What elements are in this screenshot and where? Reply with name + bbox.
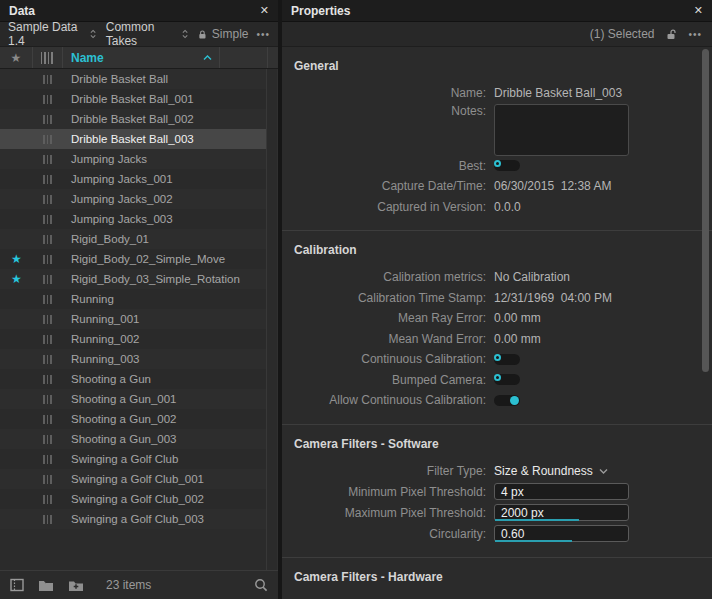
take-icon-cell — [33, 135, 63, 144]
chevron-down-icon — [599, 468, 608, 474]
property-label: Captured in Version: — [292, 200, 486, 214]
take-row[interactable]: Shooting a Gun_002 — [0, 409, 266, 429]
data-panel-title: Data — [9, 4, 35, 18]
selected-count-label: (1) Selected — [590, 27, 655, 41]
take-icon-cell — [33, 395, 63, 404]
row-star-icon[interactable]: ★ — [0, 252, 33, 266]
property-row: Filter Type:Size & Roundness — [282, 461, 712, 482]
take-name: Swinging a Golf Club_002 — [63, 493, 204, 505]
app-root: Data ✕ Sample Data 1.4 Common Takes — [0, 0, 712, 599]
take-bars-icon — [43, 295, 54, 304]
row-star-icon[interactable]: ★ — [0, 272, 33, 286]
take-row[interactable]: Running_002 — [0, 329, 266, 349]
take-bars-icon — [43, 495, 54, 504]
property-value: 0.00 mm — [494, 311, 541, 325]
item-count: 23 items — [106, 578, 151, 592]
take-icon-cell — [33, 155, 63, 164]
section-header: Camera Filters - Hardware — [282, 570, 712, 584]
take-row[interactable]: Jumping Jacks_002 — [0, 189, 266, 209]
value-input[interactable]: 0.60 — [494, 525, 629, 542]
property-row: Capture Date/Time:06/30/2015 12:38 AM — [282, 176, 712, 197]
property-label: Best: — [292, 159, 486, 173]
section-header: Camera Filters - Software — [282, 437, 712, 451]
toggle-switch[interactable] — [494, 395, 520, 406]
property-row: Minimum Pixel Threshold:4 px — [282, 481, 712, 502]
take-bars-icon — [43, 335, 54, 344]
take-name: Running_001 — [63, 313, 139, 325]
take-name: Shooting a Gun_003 — [63, 433, 177, 445]
take-bars-icon — [43, 115, 54, 124]
value-input[interactable]: 4 px — [494, 483, 629, 500]
input-value: 0.60 — [501, 527, 524, 541]
take-bars-icon — [43, 355, 54, 364]
data-panel: Data ✕ Sample Data 1.4 Common Takes — [0, 0, 278, 599]
take-row[interactable]: ★ Rigid_Body_02_Simple_Move — [0, 249, 266, 269]
star-column-header[interactable]: ★ — [0, 47, 33, 68]
property-row: Bumped Camera: — [282, 370, 712, 391]
take-group-selector[interactable]: Common Takes — [106, 20, 188, 48]
value-input[interactable]: 2000 px — [494, 504, 629, 521]
properties-menu-button[interactable]: ••• — [688, 29, 702, 40]
session-selector-label: Sample Data 1.4 — [8, 20, 87, 48]
data-footer: 23 items — [0, 570, 278, 599]
search-icon[interactable] — [254, 578, 268, 592]
take-row[interactable]: Running_003 — [0, 349, 266, 369]
take-row[interactable]: Running_001 — [0, 309, 266, 329]
data-menu-button[interactable]: ••• — [256, 29, 270, 40]
notes-field[interactable] — [494, 104, 629, 156]
property-value: 12/31/1969 04:00 PM — [494, 291, 612, 305]
toggle-switch[interactable] — [494, 354, 520, 365]
name-column-header[interactable]: Name — [63, 47, 220, 68]
take-bars-icon — [43, 475, 54, 484]
take-row[interactable]: Rigid_Body_01 — [0, 229, 266, 249]
new-folder-icon[interactable] — [68, 579, 84, 592]
take-row[interactable]: Jumping Jacks — [0, 149, 266, 169]
simple-mode-label[interactable]: Simple — [212, 27, 249, 41]
lock-icon[interactable] — [198, 29, 207, 40]
toggle-knob — [494, 354, 501, 361]
take-row[interactable]: Jumping Jacks_001 — [0, 169, 266, 189]
property-label: Mean Wand Error: — [292, 332, 486, 346]
session-pane-icon[interactable] — [10, 578, 24, 592]
filter-type-dropdown[interactable]: Size & Roundness — [494, 464, 608, 478]
take-row[interactable]: Dribble Basket Ball — [0, 69, 266, 89]
unlock-icon[interactable] — [666, 29, 676, 40]
take-icon-cell — [33, 375, 63, 384]
session-selector[interactable]: Sample Data 1.4 — [8, 20, 96, 48]
takes-column-header[interactable] — [33, 47, 63, 68]
take-name: Dribble Basket Ball_002 — [63, 113, 194, 125]
slider-fill — [495, 519, 579, 521]
toggle-switch[interactable] — [494, 374, 520, 385]
take-row[interactable]: Running — [0, 289, 266, 309]
take-row[interactable]: Jumping Jacks_003 — [0, 209, 266, 229]
take-name: Jumping Jacks — [63, 153, 147, 165]
take-row[interactable]: Dribble Basket Ball_001 — [0, 89, 266, 109]
properties-section: GeneralName:Dribble Basket Ball_003Notes… — [282, 47, 712, 230]
take-row[interactable]: Swinging a Golf Club_003 — [0, 509, 266, 529]
take-row[interactable]: Dribble Basket Ball_002 — [0, 109, 266, 129]
take-row[interactable]: Shooting a Gun_003 — [0, 429, 266, 449]
spinner-arrows-icon — [182, 29, 188, 39]
take-row[interactable]: Shooting a Gun_001 — [0, 389, 266, 409]
take-icon-cell — [33, 115, 63, 124]
take-name: Rigid_Body_03_Simple_Rotation — [63, 273, 240, 285]
close-icon[interactable]: ✕ — [694, 5, 703, 16]
toggle-switch[interactable] — [494, 160, 520, 171]
take-row[interactable]: Shooting a Gun — [0, 369, 266, 389]
take-list-wrap: Dribble Basket Ball Dribble Basket Ball_… — [0, 69, 278, 570]
take-row[interactable]: Swinging a Golf Club — [0, 449, 266, 469]
property-value: 0.0.0 — [494, 200, 521, 214]
property-row: Intrusion Band:Off — [282, 594, 712, 599]
take-name: Swinging a Golf Club — [63, 453, 178, 465]
close-icon[interactable]: ✕ — [260, 5, 269, 16]
take-row[interactable]: Dribble Basket Ball_003 — [0, 129, 266, 149]
name-column-label: Name — [71, 51, 104, 65]
scrollbar-thumb[interactable] — [702, 49, 709, 372]
data-toolbar: Sample Data 1.4 Common Takes Simple ••• — [0, 22, 278, 47]
take-row[interactable]: Swinging a Golf Club_001 — [0, 469, 266, 489]
take-row[interactable]: ★ Rigid_Body_03_Simple_Rotation — [0, 269, 266, 289]
take-bars-icon — [41, 52, 54, 64]
take-bars-icon — [43, 215, 54, 224]
folder-icon[interactable] — [38, 579, 54, 592]
take-row[interactable]: Swinging a Golf Club_002 — [0, 489, 266, 509]
